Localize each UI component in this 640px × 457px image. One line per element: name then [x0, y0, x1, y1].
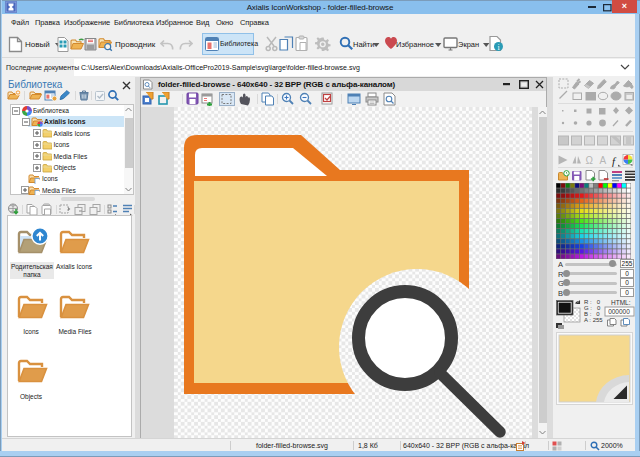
svg-text:A: A: [600, 155, 607, 166]
svg-text:000000: 000000: [608, 308, 630, 315]
svg-text:Ω: Ω: [586, 155, 594, 166]
svg-text:f: f: [612, 155, 617, 167]
svg-text:HTML:: HTML:: [611, 299, 631, 306]
svg-text:A : 255: A : 255: [584, 317, 603, 323]
